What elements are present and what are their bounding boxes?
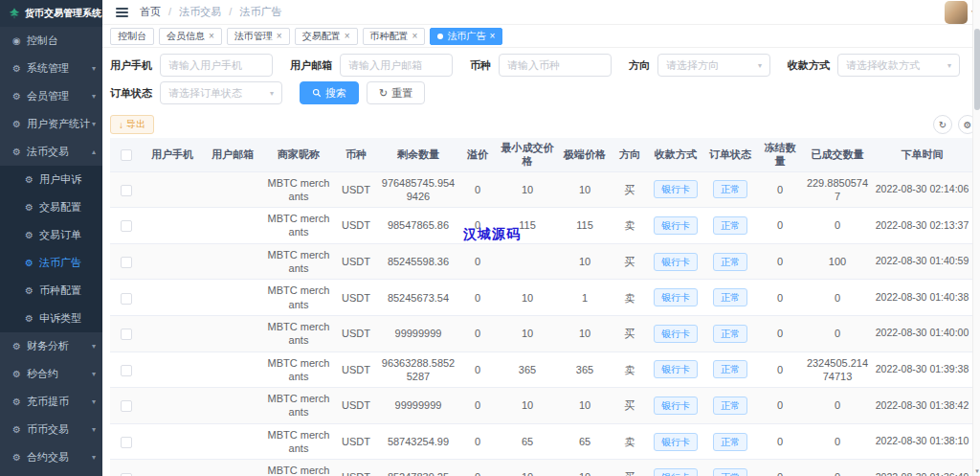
cell-direction: 卖 [612, 280, 648, 316]
cell-coin: USDT [334, 423, 378, 460]
tab-fiat-ads[interactable]: 法币广告 × [430, 28, 502, 45]
search-button[interactable]: 搜索 [300, 81, 359, 104]
status-badge: 正常 [713, 360, 747, 378]
status-badge: 正常 [713, 433, 747, 451]
cell-remaining: 976485745.9549426 [378, 171, 458, 208]
cell-order-time: 2022-08-30 01:40:59 [872, 243, 972, 280]
tab-dashboard[interactable]: 控制台 [110, 28, 154, 45]
tab-coin-config[interactable]: 币种配置 × [363, 28, 426, 45]
close-icon[interactable]: × [489, 31, 495, 41]
sidebar-item-second-contract[interactable]: ⚙ 秒合约 ▾ [0, 360, 102, 388]
cell-premium: 0 [458, 243, 497, 280]
gear-icon: ⚙ [25, 258, 33, 268]
sidebar-item-contract-trade[interactable]: ⚙ 合约交易 ▾ [0, 443, 102, 471]
row-select-cell [110, 423, 143, 460]
tab-fiat-manage[interactable]: 法币管理 × [227, 28, 290, 45]
sidebar-item-user-assets[interactable]: ⚙ 用户资产统计 ▾ [0, 110, 102, 138]
search-button-label: 搜索 [325, 86, 346, 101]
cell-payment: 银行卡 [648, 423, 703, 460]
table-row: MBTC merchants USDT 85245598.36 0 10 买 银… [110, 243, 972, 280]
tab-member-info[interactable]: 会员信息 × [159, 28, 222, 45]
sidebar-item-user-appeal[interactable]: ⚙ 用户申诉 [0, 166, 102, 193]
sidebar-collapse-icon[interactable] [116, 8, 128, 17]
sidebar-item-finance-analysis[interactable]: ⚙ 财务分析 ▾ [0, 332, 102, 360]
cell-user-email [202, 388, 263, 424]
gear-icon: ⚙ [12, 341, 21, 351]
close-icon[interactable]: × [412, 31, 418, 41]
col-merchant-nickname: 商家昵称 [263, 138, 334, 171]
breadcrumb-home[interactable]: 首页 [140, 6, 161, 17]
cell-min-price: 65 [497, 423, 558, 460]
cell-direction: 买 [612, 388, 648, 424]
sidebar-item-dashboard[interactable]: ◉ 控制台 [0, 27, 102, 55]
gear-icon: ⚙ [25, 285, 33, 296]
cell-extreme-price: 10 [558, 171, 612, 208]
phone-input[interactable] [160, 54, 273, 77]
row-checkbox[interactable] [121, 437, 132, 448]
cell-user-email [202, 243, 263, 280]
cell-user-phone [143, 280, 202, 316]
cell-coin: USDT [334, 208, 378, 244]
cell-order-time: 2022-08-30 01:40:00 [872, 315, 972, 351]
direction-select[interactable]: 请选择方向 ▾ [657, 54, 770, 77]
row-select-cell [110, 171, 143, 208]
sidebar-item-members[interactable]: ⚙ 会员管理 ▾ [0, 82, 102, 110]
gear-icon: ⚙ [12, 397, 21, 407]
close-icon[interactable]: × [209, 31, 214, 41]
tab-label: 交易配置 [302, 30, 341, 43]
close-icon[interactable]: × [345, 31, 350, 41]
sidebar-item-trade-config[interactable]: ⚙ 交易配置 [0, 193, 102, 221]
sidebar-item-label: 秒合约 [27, 367, 58, 381]
cell-frozen: 0 [757, 351, 803, 388]
select-all-checkbox[interactable] [121, 149, 132, 161]
row-checkbox[interactable] [121, 220, 132, 232]
row-checkbox[interactable] [121, 365, 132, 376]
cell-payment: 银行卡 [648, 171, 703, 208]
row-checkbox[interactable] [121, 293, 132, 305]
breadcrumb-separator: / [229, 6, 232, 17]
gear-icon: ⚙ [12, 119, 21, 129]
coin-filter-label: 币种 [470, 58, 491, 73]
row-checkbox[interactable] [121, 257, 132, 268]
close-icon[interactable]: × [277, 31, 282, 41]
row-checkbox[interactable] [121, 400, 132, 412]
reset-button[interactable]: ↻ 重置 [367, 81, 425, 104]
order-status-select[interactable]: 请选择订单状态 ▾ [160, 81, 282, 104]
export-button[interactable]: ↓ 导出 [110, 115, 154, 134]
breadcrumb-fiat-trade[interactable]: 法币交易 [179, 6, 221, 17]
cell-coin: USDT [334, 171, 378, 208]
user-menu[interactable]: ▾ [945, 1, 975, 24]
sidebar-item-fiat-trade[interactable]: ⚙ 法币交易 ▴ [0, 138, 102, 166]
sidebar-item-system[interactable]: ⚙ 系统管理 ▾ [0, 55, 102, 82]
row-checkbox[interactable] [121, 329, 132, 340]
cell-premium: 0 [458, 423, 497, 460]
scroll-down-icon[interactable]: ▾ [973, 467, 980, 475]
col-user-phone: 用户手机 [143, 138, 202, 171]
cell-filled: 100 [803, 243, 872, 280]
row-checkbox[interactable] [121, 185, 132, 196]
tab-trade-config[interactable]: 交易配置 × [295, 28, 358, 45]
avatar[interactable] [945, 1, 968, 24]
cell-direction: 卖 [612, 208, 648, 244]
email-input[interactable] [340, 54, 453, 77]
payment-select[interactable]: 请选择收款方式 ▾ [837, 54, 960, 77]
sidebar-item-deposit-withdraw[interactable]: ⚙ 充币提币 ▾ [0, 388, 102, 416]
sidebar-item-label: 申诉类型 [39, 311, 81, 326]
sidebar-item-trade-orders[interactable]: ⚙ 交易订单 [0, 221, 102, 249]
payment-badge: 银行卡 [654, 216, 698, 235]
row-checkbox[interactable] [121, 473, 132, 476]
cell-payment: 银行卡 [648, 243, 703, 280]
cell-filled: 0 [803, 388, 872, 424]
coin-input[interactable] [499, 54, 612, 77]
cell-payment: 银行卡 [648, 208, 703, 244]
sidebar-item-coin-config[interactable]: ⚙ 币种配置 [0, 277, 102, 305]
tab-label: 币种配置 [370, 30, 409, 43]
sidebar-item-appeal-types[interactable]: ⚙ 申诉类型 [0, 305, 102, 332]
gear-icon: ⚙ [12, 147, 21, 157]
cell-remaining: 99999999 [378, 388, 458, 424]
refresh-button[interactable]: ↻ [933, 115, 952, 134]
col-order-status: 订单状态 [703, 138, 757, 171]
scrollbar-thumb[interactable] [974, 29, 980, 110]
sidebar-item-fiat-ads[interactable]: ⚙ 法币广告 [0, 249, 102, 277]
sidebar-item-spot-trade[interactable]: ⚙ 币币交易 ▾ [0, 416, 102, 443]
